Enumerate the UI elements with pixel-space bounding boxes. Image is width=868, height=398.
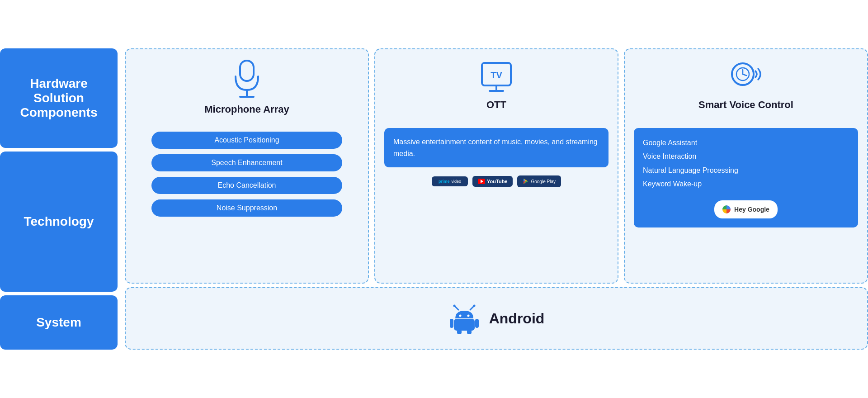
svg-rect-26 — [457, 330, 462, 334]
ott-description: Massive entertainment content of music, … — [384, 128, 609, 167]
youtube-logo: YouTube — [472, 176, 513, 187]
ott-card: TV OTT Massive entertainment content of … — [374, 48, 618, 284]
mic-card-title: Microphone Array — [204, 104, 289, 115]
mic-icon — [231, 58, 263, 99]
voice-card: Smart Voice Control Google Assistant Voi… — [624, 48, 868, 284]
voice-feature-2: Voice Interaction — [643, 150, 849, 163]
voice-control-icon — [726, 58, 766, 95]
voice-features-box: Google Assistant Voice Interaction Natur… — [634, 128, 858, 227]
feature-pill-echo: Echo Cancellation — [151, 177, 342, 194]
svg-rect-25 — [475, 319, 479, 328]
hardware-label-text: Hardware Solution Components — [9, 76, 108, 120]
svg-rect-24 — [450, 319, 453, 328]
svg-line-17 — [455, 306, 458, 310]
diagram-wrapper: Hardware Solution Components Technology … — [0, 48, 868, 350]
hey-google-text: Hey Google — [734, 204, 769, 216]
voice-feature-1: Google Assistant — [643, 136, 849, 150]
svg-rect-0 — [240, 61, 254, 81]
cards-row: Microphone Array Acoustic Positioning Sp… — [125, 48, 868, 284]
system-label-text: System — [36, 315, 81, 330]
svg-point-22 — [467, 315, 469, 317]
ott-card-title: OTT — [486, 99, 506, 111]
svg-text:TV: TV — [491, 70, 502, 80]
svg-point-21 — [459, 315, 461, 317]
mic-feature-pills: Acoustic Positioning Speech Enhancement … — [135, 132, 359, 217]
system-card: Android — [125, 287, 868, 350]
google-play-logo: Google Play — [517, 175, 561, 187]
feature-pill-noise: Noise Suppression — [151, 199, 342, 217]
android-icon — [448, 303, 480, 334]
hey-google-badge: Hey Google — [713, 199, 778, 220]
svg-rect-23 — [454, 319, 475, 331]
amazon-prime-logo: prime video — [432, 176, 468, 186]
left-labels: Hardware Solution Components Technology … — [0, 48, 118, 350]
right-content: Microphone Array Acoustic Positioning Sp… — [125, 48, 868, 350]
system-label-box: System — [0, 295, 118, 350]
svg-line-16 — [743, 74, 746, 76]
svg-rect-27 — [467, 330, 472, 334]
voice-content: Google Assistant Voice Interaction Natur… — [634, 128, 858, 236]
ott-content: Massive entertainment content of music, … — [384, 128, 609, 187]
microphone-card: Microphone Array Acoustic Positioning Sp… — [125, 48, 369, 284]
tv-icon: TV — [478, 58, 514, 95]
feature-pill-speech: Speech Enhancement — [151, 154, 342, 171]
technology-label-box: Technology — [0, 152, 118, 292]
ott-logos: prime video YouTube Google Play — [384, 175, 609, 187]
google-g-icon — [722, 205, 731, 213]
voice-feature-4: Keyword Wake-up — [643, 177, 849, 191]
technology-label-text: Technology — [24, 214, 94, 229]
svg-point-18 — [453, 305, 455, 307]
feature-pill-acoustic: Acoustic Positioning — [151, 132, 342, 149]
svg-line-19 — [470, 306, 474, 310]
android-label: Android — [489, 310, 545, 327]
svg-point-20 — [473, 305, 475, 307]
voice-card-title: Smart Voice Control — [698, 99, 793, 111]
hardware-label-box: Hardware Solution Components — [0, 48, 118, 148]
voice-feature-3: Natural Language Processing — [643, 164, 849, 177]
